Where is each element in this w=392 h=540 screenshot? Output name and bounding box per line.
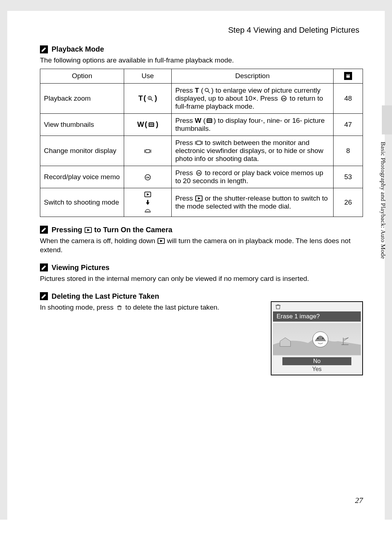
playback-options-table: Option Use Description Playback zoom T ( <box>40 69 363 217</box>
down-arrow-icon <box>144 199 151 206</box>
playback-button-icon <box>144 191 151 198</box>
manual-icon <box>344 72 352 80</box>
ok-button-icon: OK <box>280 95 288 102</box>
svg-marker-42 <box>160 239 163 242</box>
use-label: W <box>137 120 144 129</box>
cell-description: Press OK to record or play back voice me… <box>172 166 334 188</box>
pencil-icon <box>40 263 48 271</box>
cell-option: Switch to shooting mode <box>40 188 124 217</box>
cell-description: Press T () to enlarge view of picture cu… <box>172 83 334 113</box>
heading-text: Viewing Pictures <box>52 263 110 272</box>
section-deleting-last: Deleting the Last Picture Taken <box>40 292 363 301</box>
svg-rect-18 <box>211 119 212 120</box>
svg-text:OK: OK <box>197 172 201 174</box>
heading-text: Deleting the Last Picture Taken <box>52 292 159 301</box>
cell-use: OK <box>124 166 172 188</box>
paren-close: ) <box>155 94 157 102</box>
cell-description: Press or the shutter-release button to s… <box>172 188 334 217</box>
pencil-icon <box>40 226 48 234</box>
trash-icon <box>115 304 123 311</box>
section-viewing-pictures: Viewing Pictures <box>40 263 363 272</box>
svg-rect-8 <box>149 122 154 127</box>
svg-rect-20 <box>209 121 210 122</box>
pencil-icon <box>40 45 48 53</box>
svg-marker-38 <box>198 197 200 200</box>
erase-preview-image <box>273 323 361 356</box>
svg-rect-12 <box>150 125 151 126</box>
pressing-play-body: When the camera is off, holding down wil… <box>40 236 363 255</box>
table-row: View thumbnails W ( ) Press W () to disp… <box>40 113 363 136</box>
cell-use: T ( ) <box>124 83 172 113</box>
svg-rect-17 <box>209 119 210 120</box>
section-pressing-play: Pressing to Turn On the Camera <box>40 226 363 234</box>
use-label: T <box>138 94 143 102</box>
th-description: Description <box>172 69 334 83</box>
paren-open: ( <box>143 94 146 102</box>
step-title: Step 4 Viewing and Deleting Pictures <box>40 25 363 35</box>
side-chapter-label: Basic Photography and Playback: Auto Mod… <box>379 142 387 259</box>
trash-icon <box>274 303 282 310</box>
svg-rect-15 <box>207 118 212 123</box>
erase-option-yes[interactable]: Yes <box>282 365 351 373</box>
cell-page: 26 <box>334 188 363 217</box>
playback-mode-intro: The following options are available in f… <box>40 56 363 65</box>
svg-point-4 <box>205 88 208 92</box>
cell-use <box>124 136 172 166</box>
cell-use: W ( ) <box>124 113 172 136</box>
monitor-toggle-icon <box>144 148 151 154</box>
magnify-plus-icon <box>147 95 154 102</box>
playback-button-icon <box>84 227 92 233</box>
cell-page: 53 <box>334 166 363 188</box>
viewing-pictures-body: Pictures stored in the internal memory c… <box>40 274 363 283</box>
svg-line-1 <box>151 99 153 101</box>
th-use: Use <box>124 69 172 83</box>
side-tab <box>382 105 392 134</box>
svg-marker-33 <box>147 193 150 196</box>
thumbnail-grid-icon <box>148 121 155 128</box>
svg-rect-14 <box>152 125 154 126</box>
heading-text: Pressing to Turn On the Camera <box>52 226 172 234</box>
table-row: Record/play voice memo OK Press OK to re… <box>40 166 363 188</box>
svg-text:OK: OK <box>146 176 150 179</box>
paren-open: ( <box>145 120 147 129</box>
th-pageref <box>334 69 363 83</box>
svg-line-5 <box>208 91 210 93</box>
svg-rect-19 <box>208 121 209 122</box>
heading-text: Playback Mode <box>52 45 104 53</box>
erase-title: Erase 1 image? <box>273 311 361 322</box>
svg-rect-21 <box>211 121 212 122</box>
svg-rect-16 <box>208 119 209 120</box>
cell-page: 8 <box>334 136 363 166</box>
svg-rect-9 <box>150 123 151 124</box>
cell-option: Record/play voice memo <box>40 166 124 188</box>
svg-rect-23 <box>146 149 150 153</box>
ok-button-icon: OK <box>144 174 151 181</box>
cell-page: 48 <box>334 83 363 113</box>
svg-rect-26 <box>197 141 201 144</box>
svg-marker-40 <box>87 229 90 231</box>
svg-point-44 <box>317 338 319 339</box>
svg-point-45 <box>322 338 324 339</box>
magnify-plus-icon <box>203 87 211 94</box>
playback-button-icon <box>157 238 165 244</box>
cell-use <box>124 188 172 217</box>
svg-rect-10 <box>151 123 152 124</box>
svg-rect-11 <box>152 123 154 124</box>
erase-dialog: Erase 1 image? No Yes <box>271 301 363 376</box>
cell-description: Press W () to display four-, nine- or 16… <box>172 113 334 136</box>
th-option: Option <box>40 69 124 83</box>
svg-marker-35 <box>146 202 150 205</box>
ok-button-icon: OK <box>195 170 203 176</box>
svg-rect-34 <box>147 200 148 202</box>
cell-option: Change monitor display <box>40 136 124 166</box>
table-row: Switch to shooting mode Press or the shu… <box>40 188 363 217</box>
svg-point-36 <box>145 211 151 212</box>
shooting-mode-icon <box>144 207 151 214</box>
table-row: Change monitor display Press to switch b… <box>40 136 363 166</box>
pencil-icon <box>40 292 48 300</box>
erase-option-no[interactable]: No <box>282 357 351 365</box>
cell-page: 47 <box>334 113 363 136</box>
cell-description: Press to switch between the monitor and … <box>172 136 334 166</box>
cell-option: Playback zoom <box>40 83 124 113</box>
page-number: 27 <box>355 496 363 505</box>
